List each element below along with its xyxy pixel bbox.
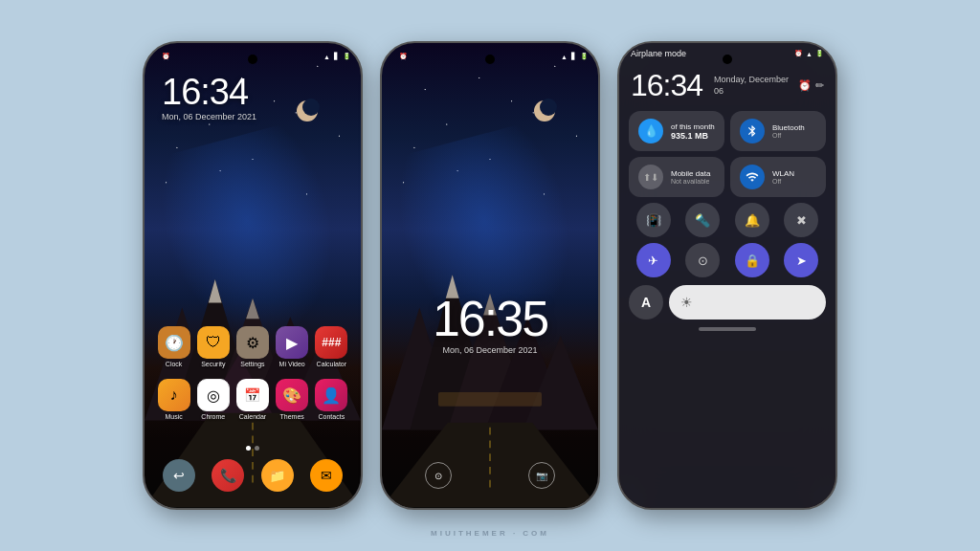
cc-icon-row-1: 📳 🔦 🔔 ✖: [619, 203, 835, 237]
app-themes[interactable]: 🎨 Themes: [275, 379, 309, 420]
bluetooth-icon: [740, 119, 765, 143]
power-button[interactable]: [361, 139, 363, 187]
circle-icon: ⊙: [698, 253, 708, 268]
cc-mobile-data-tile[interactable]: ⬆⬇ Mobile data Not available: [629, 157, 724, 197]
app-chrome-label: Chrome: [201, 413, 225, 420]
cc-airplane-btn[interactable]: ✈: [636, 243, 671, 277]
cc-flashlight-btn[interactable]: 🔦: [685, 203, 720, 237]
power-button-2[interactable]: [598, 139, 600, 187]
app-music-icon[interactable]: ♪: [158, 379, 190, 411]
bluetooth-info: Bluetooth Off: [772, 123, 816, 139]
airplane-icon: ✈: [648, 253, 658, 268]
phone-2-lock: ⏰ ▲ ▋ 🔋 16:35 Mon, 06 December 2021 ⊙ 📷: [380, 41, 600, 510]
app-mivideo[interactable]: ▶ Mi Video: [275, 326, 309, 367]
status-bar-2: ⏰ ▲ ▋ 🔋: [382, 43, 598, 70]
cc-font-btn[interactable]: A: [629, 285, 663, 320]
app-themes-icon[interactable]: 🎨: [276, 379, 308, 411]
lock-camera-icon[interactable]: 📷: [528, 462, 555, 489]
cc-date-block: Monday, December 06: [714, 75, 792, 97]
signal-icon-2: ▲: [561, 54, 568, 60]
app-calculator-icon[interactable]: ###: [315, 326, 347, 359]
app-calendar[interactable]: 📅 Calendar: [235, 379, 270, 420]
data-usage-label: of this month: [671, 122, 715, 131]
mobile-data-info: Mobile data Not available: [671, 169, 715, 185]
wifi-icon-1: ▋: [334, 53, 339, 60]
home-clock: 16:34 Mon, 06 December 2021: [162, 74, 256, 121]
dock-back[interactable]: ↩: [162, 459, 196, 494]
home-date: Mon, 06 December 2021: [162, 112, 256, 121]
app-security-label: Security: [201, 361, 225, 367]
brightness-sun-icon: ☀: [680, 295, 693, 310]
cc-icon-row-2: ✈ ⊙ 🔒 ➤: [619, 243, 835, 277]
app-themes-label: Themes: [280, 413, 304, 420]
vibrate-icon: 📳: [646, 213, 661, 228]
app-clock[interactable]: 🕐 Clock: [157, 326, 191, 367]
app-settings-icon[interactable]: ⚙: [236, 326, 269, 359]
app-contacts[interactable]: 👤 Contacts: [314, 379, 348, 420]
app-calculator-label: Calculator: [317, 361, 347, 367]
camera-punch-3: [723, 55, 732, 64]
cc-bell-btn[interactable]: 🔔: [735, 203, 769, 237]
mobile-data-icon: ⬆⬇: [638, 165, 663, 189]
app-grid-1: 🕐 Clock 🛡 Security ⚙ Settings: [154, 326, 351, 431]
cc-status-icons: ⏰ ▲ 🔋: [794, 50, 824, 57]
dock-files[interactable]: 📁: [260, 459, 295, 494]
cc-data-usage-tile[interactable]: 💧 of this month 935.1 MB: [629, 111, 724, 151]
app-settings-label: Settings: [240, 361, 264, 367]
cc-vibrate-btn[interactable]: 📳: [636, 203, 671, 237]
app-calculator[interactable]: ### Calculator: [314, 326, 348, 367]
app-clock-icon[interactable]: 🕐: [158, 326, 190, 359]
bg-watermark: MIUITHEMER · COM: [431, 529, 549, 538]
moon-1: [297, 100, 318, 121]
cc-cross-btn[interactable]: ✖: [784, 203, 818, 237]
app-settings[interactable]: ⚙ Settings: [235, 326, 270, 367]
bluetooth-status: Off: [772, 132, 816, 139]
dock-phone[interactable]: 📞: [211, 459, 245, 494]
dock-files-icon[interactable]: 📁: [261, 459, 294, 492]
mobile-data-status: Not available: [671, 178, 715, 185]
app-contacts-icon[interactable]: 👤: [315, 379, 347, 411]
svg-rect-17: [438, 392, 542, 407]
app-music-label: Music: [165, 413, 182, 420]
cc-alarm-set-icon[interactable]: ⏰: [798, 79, 812, 92]
dot-1: [246, 446, 251, 451]
cc-time-action-icons: ⏰ ✏: [798, 79, 824, 92]
phone-1-home: ⏰ ▲ ▋ 🔋 16:34 Mon, 06 December 2021 🕐 Cl…: [143, 41, 363, 510]
svg-marker-7: [246, 298, 259, 320]
cc-bluetooth-tile[interactable]: Bluetooth Off: [730, 111, 826, 151]
cc-edit-icon[interactable]: ✏: [815, 79, 824, 92]
cc-location-btn[interactable]: ➤: [784, 243, 818, 277]
dock-messages[interactable]: ✉: [309, 459, 344, 494]
app-mivideo-icon[interactable]: ▶: [276, 326, 308, 359]
page-dots-1: [246, 446, 259, 451]
home-time: 16:34: [162, 74, 256, 110]
cc-wlan-tile[interactable]: WLAN Off: [730, 157, 826, 197]
app-calendar-icon[interactable]: 📅: [236, 379, 269, 411]
power-button-3[interactable]: [835, 139, 837, 187]
bell-icon: 🔔: [745, 213, 760, 228]
app-chrome[interactable]: ◎ Chrome: [196, 379, 231, 420]
font-a-label: A: [641, 295, 651, 310]
lock-date-display: Mon, 06 December 2021: [433, 345, 547, 355]
lock-bottom-icons: ⊙ 📷: [425, 462, 555, 489]
app-music[interactable]: ♪ Music: [157, 379, 191, 420]
app-contacts-label: Contacts: [319, 413, 345, 420]
lock-flashlight-icon[interactable]: ⊙: [425, 462, 452, 489]
battery-icon-2: 🔋: [580, 53, 589, 60]
dock-back-icon[interactable]: ↩: [163, 459, 195, 492]
app-security[interactable]: 🛡 Security: [196, 326, 231, 367]
control-center-panel: Airplane mode ⏰ ▲ 🔋 16:34 Monday, Decemb…: [619, 43, 835, 508]
cc-brightness-bar[interactable]: ☀: [669, 285, 826, 320]
cc-clock: 16:34: [631, 68, 702, 103]
dock-messages-icon[interactable]: ✉: [310, 459, 343, 492]
app-chrome-icon[interactable]: ◎: [197, 379, 230, 411]
cc-brightness-btn[interactable]: ⊙: [685, 243, 720, 277]
cc-home-indicator[interactable]: [699, 327, 756, 331]
cc-lock-btn[interactable]: 🔒: [735, 243, 769, 277]
wlan-status: Off: [772, 178, 816, 185]
cc-battery-icon: 🔋: [815, 50, 824, 57]
cc-alarm-icon: ⏰: [794, 50, 803, 57]
app-security-icon[interactable]: 🛡: [197, 326, 230, 359]
dock-phone-icon[interactable]: 📞: [212, 459, 244, 492]
app-mivideo-label: Mi Video: [279, 361, 305, 367]
